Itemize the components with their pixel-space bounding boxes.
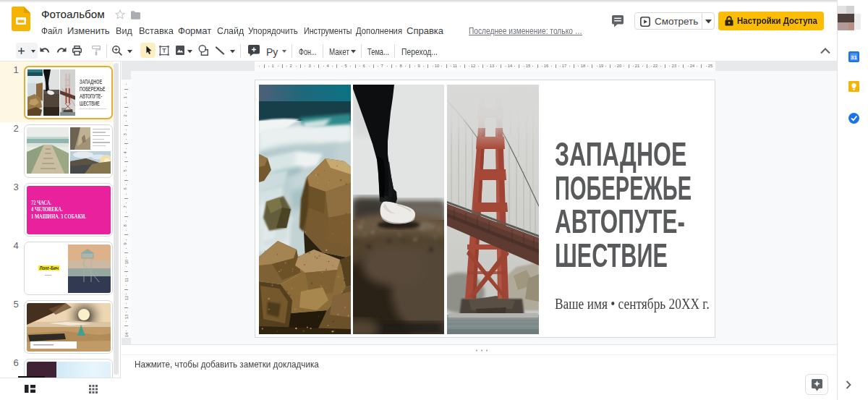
svg-text:31: 31 (851, 54, 857, 61)
